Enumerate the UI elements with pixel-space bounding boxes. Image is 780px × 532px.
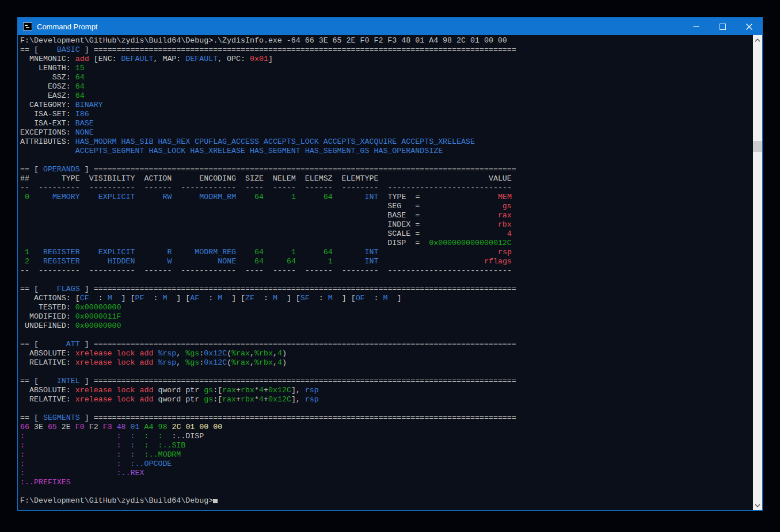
close-button[interactable] [736, 18, 762, 35]
text-cursor [213, 499, 218, 503]
terminal-line: ACCEPTS_SEGMENT HAS_LOCK HAS_XRELEASE HA… [20, 147, 753, 156]
terminal-line [20, 487, 753, 496]
terminal-line: ABSOLUTE: xrelease lock add %rsp, %gs:0x… [20, 349, 753, 358]
terminal-line: 66 3E 65 2E F0 F2 F3 48 01 A4 98 2C 01 0… [20, 423, 753, 432]
cmd-icon [23, 22, 32, 30]
chevron-down-icon [755, 504, 760, 507]
terminal-line [20, 404, 753, 414]
terminal-line: : :..REX [20, 469, 753, 478]
terminal-line: SSZ: 64 [20, 73, 753, 82]
chevron-up-icon [755, 39, 760, 42]
terminal-line: RELATIVE: xrelease lock add qword ptr gs… [20, 395, 753, 404]
terminal-line: MNEMONIC: add [ENC: DEFAULT, MAP: DEFAUL… [20, 55, 753, 64]
terminal-line: DISP = 0x000000000000012C [20, 239, 753, 248]
title-bar[interactable]: Command Prompt [18, 18, 762, 35]
command-prompt-window: Command Prompt F:\Development\GitHub\zyd… [17, 17, 763, 511]
terminal-line: == [ FLAGS ] ===========================… [20, 285, 753, 294]
terminal-line: MODIFIED: 0x0000011F [20, 312, 753, 322]
terminal-line: ACTIONS: [CF : M ] [PF : M ] [AF : M ] [… [20, 294, 753, 303]
terminal-line: CATEGORY: BINARY [20, 101, 753, 110]
terminal-line: -- --------- ---------- ------ ---------… [20, 266, 753, 275]
terminal-line: == [ SEGMENTS ] ========================… [20, 414, 753, 423]
terminal-line: SEG = gs [20, 202, 753, 211]
terminal-line: SCALE = 4 [20, 229, 753, 239]
maximize-icon [720, 24, 726, 30]
scroll-down-button[interactable] [753, 500, 762, 510]
terminal-line: UNDEFINED: 0x00000000 [20, 322, 753, 331]
terminal-line: EXCEPTIONS: NONE [20, 128, 753, 137]
terminal-line: LENGTH: 15 [20, 64, 753, 73]
terminal-line: 1 REGISTER EXPLICIT R MODRM_REG 64 1 64 … [20, 248, 753, 257]
terminal-line: == [ OPERANDS ] ========================… [20, 165, 753, 174]
minimize-button[interactable] [683, 18, 709, 35]
window-controls [683, 18, 762, 35]
terminal-line: RELATIVE: xrelease lock add %rsp, %gs:0x… [20, 358, 753, 368]
terminal-line: EOSZ: 64 [20, 82, 753, 91]
terminal-line: -- --------- ---------- ------ ---------… [20, 183, 753, 193]
terminal-line [20, 368, 753, 377]
maximize-button[interactable] [709, 18, 736, 35]
terminal-line [20, 156, 753, 165]
terminal-line: : : : : :..SIB [20, 441, 753, 450]
window-title: Command Prompt [37, 22, 683, 31]
terminal-line: EASZ: 64 [20, 91, 753, 101]
terminal-line: F:\Development\GitHub\zydis\Build64\Debu… [20, 36, 753, 45]
terminal-line: 2 REGISTER HIDDEN W NONE 64 64 1 INT rfl… [20, 257, 753, 266]
console-body: F:\Development\GitHub\zydis\Build64\Debu… [18, 35, 762, 510]
close-icon [746, 24, 752, 30]
terminal-line: ISA-SET: I86 [20, 110, 753, 119]
terminal-line: BASE = rax [20, 211, 753, 220]
scroll-up-button[interactable] [753, 35, 762, 45]
terminal-line: 0 MEMORY EXPLICIT RW MODRM_RM 64 1 64 IN… [20, 193, 753, 202]
vertical-scrollbar[interactable] [753, 35, 762, 510]
terminal-line: == [ ATT ] =============================… [20, 340, 753, 349]
terminal-line: == [ BASIC ] ===========================… [20, 45, 753, 55]
terminal-line: ATTRIBUTES: HAS_MODRM HAS_SIB HAS_REX CP… [20, 137, 753, 147]
terminal-line: TESTED: 0x00000000 [20, 303, 753, 312]
terminal-line: ## TYPE VISIBILITY ACTION ENCODING SIZE … [20, 174, 753, 183]
terminal-line: :..PREFIXES [20, 478, 753, 487]
terminal-line [20, 275, 753, 285]
terminal-line: F:\Development\GitHub\zydis\Build64\Debu… [20, 496, 753, 506]
terminal-line: : : : : : :..DISP [20, 432, 753, 441]
terminal-output[interactable]: F:\Development\GitHub\zydis\Build64\Debu… [18, 35, 753, 510]
terminal-line: INDEX = rbx [20, 220, 753, 229]
terminal-line: ISA-EXT: BASE [20, 119, 753, 128]
terminal-line: == [ INTEL ] ===========================… [20, 377, 753, 386]
terminal-line: : : : :..MODRM [20, 450, 753, 460]
terminal-line: : : :..OPCODE [20, 460, 753, 469]
terminal-line: ABSOLUTE: xrelease lock add qword ptr gs… [20, 386, 753, 395]
terminal-line [20, 331, 753, 340]
minimize-icon [693, 24, 699, 30]
scrollbar-thumb[interactable] [753, 141, 762, 152]
